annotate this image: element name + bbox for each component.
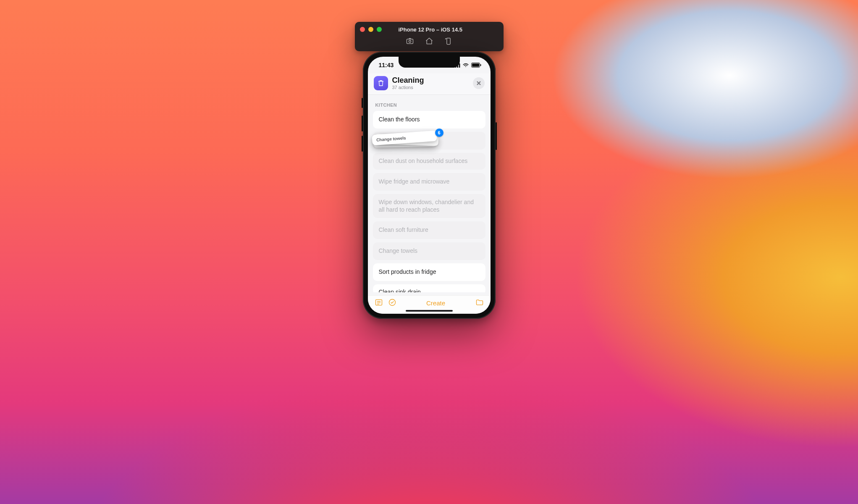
notch [399,57,460,68]
task-row[interactable]: Mop the floors [373,132,485,150]
home-icon[interactable] [425,37,433,47]
simulator-titlebar: iPhone 12 Pro – iOS 14.5 [360,25,499,34]
close-button[interactable] [473,77,485,89]
volume-up-button [362,116,363,131]
task-row[interactable]: Change towels [373,242,485,260]
svg-rect-0 [407,39,413,44]
task-row[interactable]: Clean sink drain [373,284,485,292]
svg-rect-8 [472,63,479,67]
traffic-lights [360,27,382,32]
volume-down-button [362,136,363,152]
folder-outline-icon[interactable] [475,298,484,308]
close-window-button[interactable] [360,27,365,32]
checkmark-circle-icon[interactable] [388,298,396,308]
mute-switch [362,98,363,108]
status-time: 11:43 [379,62,394,68]
task-row[interactable]: Clean the floors [373,111,485,129]
folder-title: Cleaning [392,76,473,85]
home-indicator[interactable] [406,310,453,312]
task-list[interactable]: KITCHEN Clean the floors Mop the floors … [368,95,491,292]
maximize-window-button[interactable] [377,27,382,32]
power-button [496,122,497,150]
list-icon[interactable] [375,298,383,308]
simulator-window: iPhone 12 Pro – iOS 14.5 [355,22,504,51]
simulator-toolbar [360,37,499,47]
task-row[interactable]: Clean dust on household surfaces [373,153,485,170]
section-header: KITCHEN [375,102,483,108]
iphone-screen: 11:43 [368,57,491,314]
desktop-scene: iPhone 12 Pro – iOS 14.5 11:43 [0,0,858,504]
header-text: Cleaning 37 actions [392,76,473,90]
task-row[interactable]: Sort products in fridge [373,263,485,281]
svg-rect-9 [480,64,481,66]
wifi-icon [462,63,469,68]
screenshot-icon[interactable] [406,37,414,47]
minimize-window-button[interactable] [368,27,373,32]
battery-icon [471,63,481,68]
create-button[interactable]: Create [426,299,445,307]
folder-icon[interactable] [374,76,388,90]
task-row[interactable]: Wipe down windows, chandelier and all ha… [373,194,485,218]
iphone-device-frame: 11:43 [363,52,496,319]
task-row[interactable]: Wipe fridge and microwave [373,173,485,191]
close-icon [476,81,481,86]
rotate-icon[interactable] [444,37,453,47]
svg-point-1 [409,40,411,42]
trash-icon [377,79,385,87]
folder-subtitle: 37 actions [392,85,473,90]
task-row[interactable]: Clean soft furniture [373,221,485,239]
simulator-title: iPhone 12 Pro – iOS 14.5 [399,26,462,33]
svg-rect-2 [446,38,450,45]
folder-header: Cleaning 37 actions [368,74,491,95]
